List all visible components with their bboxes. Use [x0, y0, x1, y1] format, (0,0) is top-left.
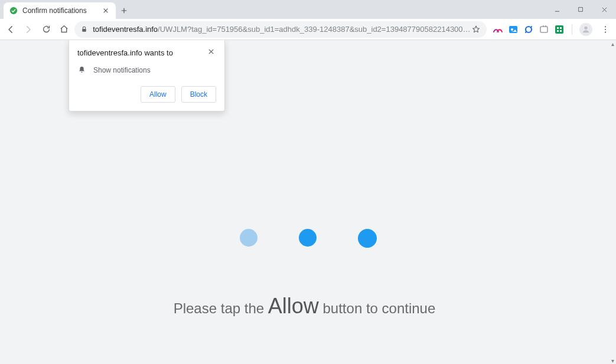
- svg-rect-10: [560, 30, 562, 32]
- window-titlebar: Confirm notifications: [0, 0, 616, 19]
- extension-icon-2[interactable]: [508, 24, 519, 35]
- browser-toolbar: tofideventresfa.info /UWJLM?tag_id=75195…: [0, 19, 616, 40]
- url-path: /UWJLM?tag_id=751956&sub_id1=adhdk_339-1…: [158, 25, 471, 34]
- svg-rect-1: [579, 8, 583, 12]
- window-controls: [545, 0, 616, 19]
- url-host: tofideventresfa.info: [93, 25, 158, 34]
- loading-dot: [240, 229, 258, 247]
- svg-point-13: [605, 28, 606, 29]
- forward-button[interactable]: [21, 21, 35, 38]
- allow-button[interactable]: Allow: [141, 86, 175, 103]
- svg-rect-8: [560, 27, 562, 29]
- svg-rect-9: [557, 30, 559, 32]
- page-text-post: button to continue: [319, 300, 435, 316]
- extension-icon-4[interactable]: [539, 24, 549, 35]
- reload-button[interactable]: [39, 21, 53, 38]
- block-button[interactable]: Block: [181, 86, 216, 103]
- address-bar[interactable]: tofideventresfa.info /UWJLM?tag_id=75195…: [74, 21, 487, 38]
- svg-rect-2: [83, 29, 87, 32]
- tab-close-icon[interactable]: [102, 6, 110, 15]
- back-button[interactable]: [4, 21, 18, 38]
- svg-rect-5: [540, 27, 547, 32]
- bookmark-star-icon[interactable]: [471, 25, 481, 34]
- loading-dot: [358, 229, 377, 248]
- notification-permission-dialog: tofideventresfa.info wants to Show notif…: [69, 40, 225, 112]
- checkmark-circle-icon: [9, 6, 18, 15]
- permission-request-text: Show notifications: [93, 66, 151, 74]
- svg-point-11: [584, 26, 587, 29]
- svg-point-14: [605, 31, 606, 32]
- page-instruction: Please tap the Allow button to continue: [0, 294, 609, 319]
- lock-icon[interactable]: [80, 25, 88, 33]
- toolbar-separator: [572, 24, 572, 35]
- new-tab-button[interactable]: [116, 2, 132, 19]
- extension-icon-5[interactable]: [554, 24, 565, 35]
- page-viewport: tofideventresfa.info wants to Show notif…: [0, 40, 616, 364]
- window-close-button[interactable]: [592, 0, 616, 19]
- home-button[interactable]: [57, 21, 71, 38]
- page-text-emphasis: Allow: [268, 294, 319, 318]
- extensions-area: [490, 23, 595, 36]
- scroll-down-icon[interactable]: ▾: [609, 357, 616, 364]
- permission-origin-text: tofideventresfa.info wants to: [77, 48, 208, 57]
- svg-point-0: [10, 7, 17, 14]
- extension-icon-1[interactable]: [493, 24, 503, 35]
- bell-icon: [77, 65, 86, 74]
- loading-dots: [240, 229, 377, 248]
- scroll-up-icon[interactable]: ▴: [609, 40, 616, 47]
- svg-point-4: [511, 28, 513, 31]
- svg-rect-6: [555, 25, 563, 34]
- browser-tab[interactable]: Confirm notifications: [4, 2, 116, 19]
- permission-close-icon[interactable]: [208, 48, 216, 57]
- svg-rect-7: [557, 27, 559, 29]
- vertical-scrollbar[interactable]: ▴ ▾: [609, 40, 616, 364]
- tab-title: Confirm notifications: [22, 6, 102, 15]
- window-minimize-button[interactable]: [545, 0, 569, 19]
- page-text-pre: Please tap the: [174, 300, 268, 316]
- loading-dot: [299, 229, 317, 247]
- profile-avatar[interactable]: [579, 23, 592, 36]
- browser-menu-button[interactable]: [598, 21, 612, 38]
- extension-icon-3[interactable]: [523, 24, 534, 35]
- svg-point-12: [605, 26, 606, 27]
- tab-strip: Confirm notifications: [0, 0, 132, 19]
- window-maximize-button[interactable]: [569, 0, 592, 19]
